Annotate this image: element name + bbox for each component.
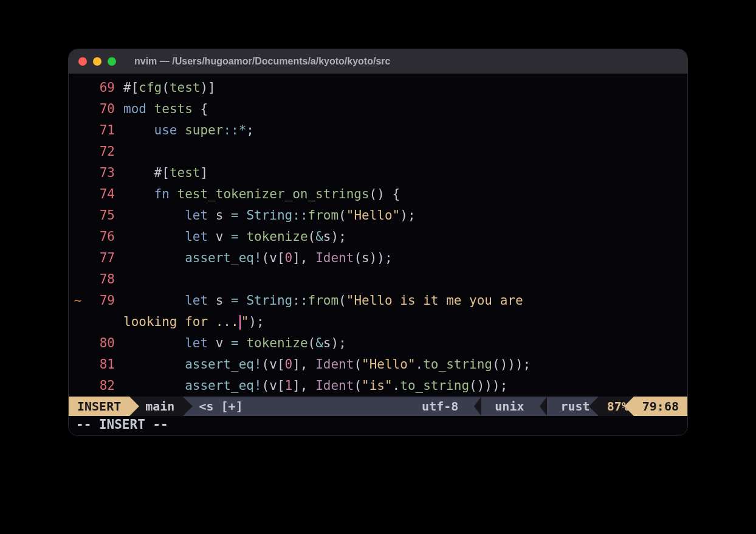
code-line[interactable]: 82 assert_eq!(v[1], Ident("is".to_string…	[69, 375, 687, 397]
sign-column	[69, 226, 87, 248]
code-line[interactable]: 77 assert_eq!(v[0], Ident(s));	[69, 248, 687, 269]
code-line[interactable]: 69#[cfg(test)]	[69, 77, 687, 99]
code-text[interactable]	[123, 269, 687, 290]
command-line: -- INSERT --	[69, 416, 687, 435]
code-text[interactable]	[123, 141, 687, 162]
sign-column	[69, 375, 87, 397]
status-mode-label: INSERT	[77, 399, 121, 414]
code-line[interactable]: 74 fn test_tokenizer_on_strings() {	[69, 184, 687, 205]
editor-area[interactable]: 69#[cfg(test)]70mod tests {71 use super:…	[69, 74, 687, 397]
code-line[interactable]: 71 use super::*;	[69, 120, 687, 141]
window-title: nvim — /Users/hugoamor/Documents/a/kyoto…	[122, 56, 678, 67]
line-number: 81	[87, 354, 123, 375]
code-text[interactable]: mod tests {	[123, 99, 687, 120]
line-number: 70	[87, 99, 123, 120]
line-number: 75	[87, 205, 123, 226]
status-position: 79:68	[634, 397, 687, 416]
line-number: 72	[87, 141, 123, 162]
sign-column	[69, 269, 87, 290]
sign-column	[69, 162, 87, 184]
sign-column	[69, 120, 87, 141]
sign-column	[69, 354, 87, 375]
line-number: 69	[87, 77, 123, 99]
line-number	[87, 311, 123, 333]
code-text[interactable]: let v = tokenize(&s);	[123, 333, 687, 354]
code-line[interactable]: 70mod tests {	[69, 99, 687, 120]
code-text[interactable]: let s = String::from("Hello");	[123, 205, 687, 226]
sign-column	[69, 311, 87, 333]
code-text[interactable]: let s = String::from("Hello is it me you…	[123, 290, 687, 311]
code-text[interactable]: assert_eq!(v[0], Ident("Hello".to_string…	[123, 354, 687, 375]
line-number: 74	[87, 184, 123, 205]
sign-column: ~	[69, 290, 87, 311]
code-line[interactable]: looking for ...");	[69, 311, 687, 333]
sign-column	[69, 184, 87, 205]
close-icon[interactable]	[78, 57, 87, 66]
code-line[interactable]: 72	[69, 141, 687, 162]
code-line[interactable]: 80 let v = tokenize(&s);	[69, 333, 687, 354]
status-filetype: rust	[560, 399, 589, 414]
line-number: 82	[87, 375, 123, 397]
code-text[interactable]: assert_eq!(v[0], Ident(s));	[123, 248, 687, 269]
code-text[interactable]: assert_eq!(v[1], Ident("is".to_string())…	[123, 375, 687, 397]
line-number: 79	[87, 290, 123, 311]
separator-icon	[474, 397, 481, 416]
sign-column	[69, 205, 87, 226]
window-titlebar: nvim — /Users/hugoamor/Documents/a/kyoto…	[69, 49, 687, 74]
cursor	[239, 315, 241, 330]
sign-column	[69, 248, 87, 269]
code-line[interactable]: 81 assert_eq!(v[0], Ident("Hello".to_str…	[69, 354, 687, 375]
line-number: 78	[87, 269, 123, 290]
status-fileformat: unix	[495, 399, 524, 414]
line-number: 77	[87, 248, 123, 269]
sign-column	[69, 99, 87, 120]
code-text[interactable]: #[test]	[123, 162, 687, 184]
status-encoding: utf-8	[422, 399, 458, 414]
sign-column	[69, 141, 87, 162]
sign-column	[69, 77, 87, 99]
code-line[interactable]: 78	[69, 269, 687, 290]
sign-column	[69, 333, 87, 354]
code-line[interactable]: 75 let s = String::from("Hello");	[69, 205, 687, 226]
code-text[interactable]: #[cfg(test)]	[123, 77, 687, 99]
separator-icon	[540, 397, 547, 416]
zoom-icon[interactable]	[108, 57, 116, 66]
line-number: 80	[87, 333, 123, 354]
code-text[interactable]: let v = tokenize(&s);	[123, 226, 687, 248]
minimize-icon[interactable]	[93, 57, 101, 66]
status-fileinfo: <s [+] utf-8 unix rust	[183, 397, 598, 416]
status-mode: INSERT	[69, 397, 129, 416]
code-text[interactable]: looking for ...");	[123, 311, 687, 333]
status-branch-label: main	[145, 399, 174, 414]
line-number: 73	[87, 162, 123, 184]
code-text[interactable]: fn test_tokenizer_on_strings() {	[123, 184, 687, 205]
line-number: 71	[87, 120, 123, 141]
code-line[interactable]: 76 let v = tokenize(&s);	[69, 226, 687, 248]
status-file-short: <s [+]	[199, 399, 242, 414]
line-number: 76	[87, 226, 123, 248]
terminal-window: nvim — /Users/hugoamor/Documents/a/kyoto…	[68, 49, 688, 436]
status-line: INSERT main <s [+] utf-8 unix rust 87% 7…	[69, 397, 687, 416]
code-line[interactable]: 73 #[test]	[69, 162, 687, 184]
status-position-label: 79:68	[642, 399, 679, 414]
code-line[interactable]: ~79 let s = String::from("Hello is it me…	[69, 290, 687, 311]
code-text[interactable]: use super::*;	[123, 120, 687, 141]
